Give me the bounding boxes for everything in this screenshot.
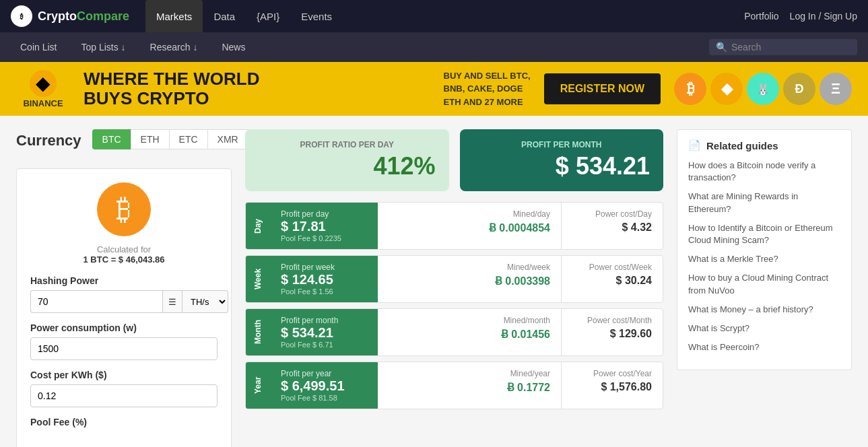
- row-week: Week Profit per week $ 124.65 Pool Fee $…: [245, 255, 663, 303]
- sub-nav-research[interactable]: Research ↓: [141, 32, 207, 62]
- profit-month-label: PROFIT PER MONTH: [473, 140, 650, 149]
- day-power-col: Power cost/Day $ 4.32: [562, 203, 663, 249]
- nav-events[interactable]: Events: [290, 0, 343, 32]
- hashing-power-unit: ☰: [162, 290, 182, 313]
- power-consumption-input[interactable]: [30, 337, 218, 360]
- register-now-button[interactable]: REGISTER NOW: [544, 73, 661, 104]
- day-mined-col: Mined/day Ƀ 0.0004854: [378, 203, 562, 249]
- row-day: Day Profit per day $ 17.81 Pool Fee $ 0.…: [245, 202, 663, 250]
- left-panel: Currency BTC ETH ETC XMR ZEC DASH LTC ₿ …: [16, 129, 232, 447]
- power-consumption-group: Power consumption (w): [30, 322, 218, 360]
- top-nav: ₿ CryptoCompare Markets Data {API} Event…: [0, 0, 868, 32]
- profit-month-value: $ 534.21: [473, 152, 650, 180]
- profit-day-box: PROFIT RATIO PER DAY 412%: [245, 129, 449, 191]
- login-signup-link[interactable]: Log In / Sign Up: [790, 11, 857, 22]
- banner-logo: ◆ BINANCE: [16, 70, 70, 108]
- guide-item-3[interactable]: What is a Merkle Tree?: [688, 253, 840, 265]
- profit-day-label: PROFIT RATIO PER DAY: [259, 140, 436, 149]
- tab-btc[interactable]: BTC: [92, 129, 131, 149]
- year-mined-col: Mined/year Ƀ 0.1772: [378, 362, 562, 409]
- guides-panel: 📄 Related guides How does a Bitcoin node…: [677, 129, 852, 447]
- nav-data[interactable]: Data: [203, 0, 246, 32]
- month-badge: Month: [246, 309, 270, 355]
- nav-api[interactable]: {API}: [246, 0, 290, 32]
- logo: ₿ CryptoCompare: [11, 5, 129, 27]
- bnb-coin-icon: ◆: [710, 73, 743, 105]
- cake-coin-icon: 🐰: [747, 73, 779, 105]
- search-box[interactable]: 🔍: [709, 39, 857, 55]
- cost-per-kwh-group: Cost per KWh ($): [30, 370, 218, 407]
- guides-icon: 📄: [688, 139, 701, 151]
- power-consumption-label: Power consumption (w): [30, 322, 218, 333]
- tab-etc[interactable]: ETC: [169, 129, 207, 149]
- logo-icon: ₿: [11, 5, 32, 27]
- hashing-power-input-row: ☰ TH/s GH/s MH/s: [30, 290, 218, 313]
- sub-nav-news[interactable]: News: [212, 32, 255, 62]
- pool-fee-label: Pool Fee (%): [30, 417, 218, 427]
- profit-day-value: 412%: [259, 152, 436, 180]
- portfolio-link[interactable]: Portfolio: [744, 11, 778, 22]
- logo-text: CryptoCompare: [38, 9, 129, 24]
- hashing-power-group: Hashing Power ☰ TH/s GH/s MH/s: [30, 275, 218, 313]
- cost-per-kwh-label: Cost per KWh ($): [30, 370, 218, 380]
- banner-subtitle: BUY AND SELL BTC,BNB, CAKE, DOGEETH AND …: [444, 69, 531, 109]
- binance-icon: ◆: [30, 70, 57, 97]
- right-nav: Portfolio Log In / Sign Up: [744, 11, 857, 22]
- results-area: PROFIT RATIO PER DAY 412% PROFIT PER MON…: [245, 129, 663, 447]
- month-mined-col: Mined/month Ƀ 0.01456: [378, 309, 562, 355]
- guides-title: 📄 Related guides: [688, 139, 840, 151]
- nav-markets[interactable]: Markets: [145, 0, 203, 32]
- year-power-col: Power cost/Year $ 1,576.80: [562, 362, 663, 409]
- main-navigation: Markets Data {API} Events: [145, 0, 744, 32]
- tab-xmr[interactable]: XMR: [207, 129, 248, 149]
- day-badge: Day: [246, 203, 270, 249]
- row-year: Year Profit per year $ 6,499.51 Pool Fee…: [245, 362, 663, 409]
- banner-coins: ₿ ◆ 🐰 Ð Ξ: [674, 73, 852, 105]
- profit-month-box: PROFIT PER MONTH $ 534.21: [460, 129, 664, 191]
- guide-item-4[interactable]: How to buy a Cloud Mining Contract from …: [688, 272, 840, 296]
- calculator-card: ₿ Calculated for 1 BTC = $ 46,043.86 Has…: [16, 168, 232, 447]
- tab-eth[interactable]: ETH: [131, 129, 169, 149]
- sub-nav: Coin List Top Lists ↓ Research ↓ News 🔍: [0, 32, 868, 62]
- hashing-power-input[interactable]: [30, 290, 162, 313]
- banner: ◆ BINANCE WHERE THE WORLD BUYS CRYPTO BU…: [0, 62, 868, 116]
- year-profit-col: Profit per year $ 6,499.51 Pool Fee $ 81…: [270, 362, 378, 409]
- cost-per-kwh-input[interactable]: [30, 384, 218, 407]
- page-title: Currency: [16, 132, 81, 149]
- day-profit-col: Profit per day $ 17.81 Pool Fee $ 0.2235: [270, 203, 378, 249]
- profit-summary: PROFIT RATIO PER DAY 412% PROFIT PER MON…: [245, 129, 663, 191]
- calc-rate: Calculated for 1 BTC = $ 46,043.86: [30, 244, 218, 265]
- banner-headline: WHERE THE WORLD BUYS CRYPTO: [84, 69, 430, 108]
- btc-large-icon: ₿: [97, 182, 151, 236]
- row-month: Month Profit per month $ 534.21 Pool Fee…: [245, 308, 663, 356]
- week-mined-col: Mined/week Ƀ 0.003398: [378, 256, 562, 302]
- month-profit-col: Profit per month $ 534.21 Pool Fee $ 6.7…: [270, 309, 378, 355]
- hashing-power-label: Hashing Power: [30, 275, 218, 286]
- btc-coin-icon: ₿: [674, 73, 706, 105]
- guide-item-0[interactable]: How does a Bitcoin node verify a transac…: [688, 160, 840, 184]
- week-power-col: Power cost/Week $ 30.24: [562, 256, 663, 302]
- guide-item-7[interactable]: What is Peercoin?: [688, 341, 840, 353]
- sub-nav-toplists[interactable]: Top Lists ↓: [71, 32, 135, 62]
- hashing-power-unit-select[interactable]: TH/s GH/s MH/s: [182, 290, 228, 313]
- sub-nav-coinlist[interactable]: Coin List: [11, 32, 66, 62]
- guides-card: 📄 Related guides How does a Bitcoin node…: [677, 129, 852, 370]
- year-badge: Year: [246, 362, 270, 409]
- week-profit-col: Profit per week $ 124.65 Pool Fee $ 1.56: [270, 256, 378, 302]
- doge-coin-icon: Ð: [783, 73, 815, 105]
- search-input[interactable]: [731, 42, 850, 53]
- content-area: Currency BTC ETH ETC XMR ZEC DASH LTC ₿ …: [0, 116, 868, 447]
- search-icon: 🔍: [716, 42, 727, 53]
- month-power-col: Power cost/Month $ 129.60: [562, 309, 663, 355]
- guide-item-1[interactable]: What are Mining Rewards in Ethereum?: [688, 191, 840, 215]
- guides-list: How does a Bitcoin node verify a transac…: [688, 160, 840, 353]
- guide-item-2[interactable]: How to Identify a Bitcoin or Ethereum Cl…: [688, 222, 840, 246]
- week-badge: Week: [246, 256, 270, 302]
- guide-item-6[interactable]: What is Scrypt?: [688, 322, 840, 335]
- pool-fee-group: Pool Fee (%): [30, 417, 218, 427]
- eth-coin-icon: Ξ: [820, 73, 852, 105]
- guide-item-5[interactable]: What is Money – a brief history?: [688, 304, 840, 316]
